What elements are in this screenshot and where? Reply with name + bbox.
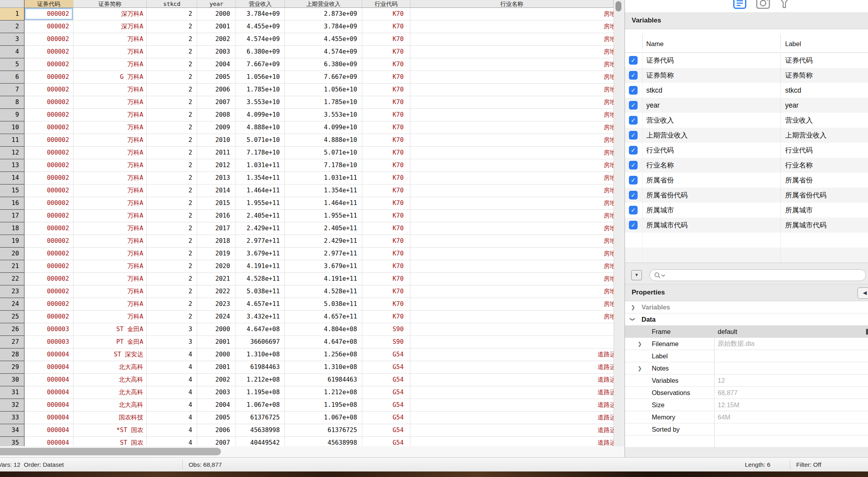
properties-section-variables[interactable]: ❯Variables	[625, 301, 868, 313]
data-cell[interactable]: 2009	[197, 121, 236, 134]
property-row[interactable]: Sorted by	[625, 423, 868, 436]
data-cell[interactable]: 2013	[197, 172, 236, 184]
row-number-cell[interactable]: 25	[0, 311, 24, 323]
data-cell[interactable]: 2	[147, 33, 197, 46]
data-cell[interactable]: K70	[362, 134, 410, 147]
data-cell[interactable]: 3.784e+09	[285, 20, 362, 33]
data-cell[interactable]: 万科A	[73, 311, 147, 323]
data-cell[interactable]: 道路运输业	[410, 348, 614, 361]
data-cell[interactable]: 2	[147, 8, 197, 20]
property-row[interactable]: Memory64M	[625, 411, 868, 423]
property-value[interactable]: 68,877	[718, 387, 737, 399]
data-cell[interactable]: 北大高科	[73, 399, 147, 412]
data-cell[interactable]: 000002	[24, 46, 73, 58]
data-cell[interactable]: G54	[362, 361, 410, 374]
collapse-panel-button[interactable]: ◀	[857, 287, 868, 299]
data-cell[interactable]: 2.405e+11	[236, 210, 285, 222]
data-cell[interactable]: 房地产业	[410, 84, 614, 96]
data-cell[interactable]: 万科A	[73, 109, 147, 121]
data-cell[interactable]: 2	[147, 147, 197, 159]
data-cell[interactable]: 2021	[197, 273, 236, 285]
data-cell[interactable]: 7.667e+09	[285, 71, 362, 84]
data-cell[interactable]: S90	[362, 323, 410, 336]
data-cell[interactable]: 4.099e+10	[285, 121, 362, 134]
data-cell[interactable]: 国农科技	[73, 412, 147, 424]
data-cell[interactable]: 2006	[197, 424, 236, 437]
row-number-cell[interactable]: 11	[0, 134, 24, 147]
data-cell[interactable]: 万科A	[73, 46, 147, 58]
property-row[interactable]: Observations68,877	[625, 387, 868, 399]
data-cell[interactable]: 万科A	[73, 210, 147, 222]
data-cell[interactable]: 000004	[24, 361, 73, 374]
data-cell[interactable]: G54	[362, 412, 410, 424]
data-cell[interactable]: 房地产业	[410, 298, 614, 311]
chevron-right-icon[interactable]: ❯	[638, 338, 642, 350]
data-cell[interactable]: 1.785e+10	[236, 84, 285, 96]
row-number-cell[interactable]: 30	[0, 374, 24, 386]
data-cell[interactable]: 000002	[24, 58, 73, 71]
data-cell[interactable]: 1.067e+08	[285, 412, 362, 424]
data-cell[interactable]	[410, 336, 614, 348]
row-number-cell[interactable]: 33	[0, 412, 24, 424]
data-cell[interactable]: 1.464e+11	[285, 197, 362, 210]
data-cell[interactable]: K70	[362, 273, 410, 285]
property-row[interactable]: Size12.15M	[625, 399, 868, 411]
data-cell[interactable]: 36606697	[236, 336, 285, 348]
data-cell[interactable]: K70	[362, 33, 410, 46]
data-cell[interactable]: K70	[362, 298, 410, 311]
data-cell[interactable]: 000004	[24, 437, 73, 446]
data-cell[interactable]: 3.679e+11	[285, 260, 362, 273]
data-cell[interactable]: 000002	[24, 172, 73, 184]
variable-checkbox[interactable]: ✓	[629, 146, 638, 155]
data-cell[interactable]: 1.195e+08	[236, 386, 285, 399]
data-cell[interactable]: 2	[147, 71, 197, 84]
data-cell[interactable]: 4.455e+09	[236, 20, 285, 33]
data-cell[interactable]: 000004	[24, 348, 73, 361]
vertical-scrollbar-thumb[interactable]	[615, 1, 621, 11]
chevron-right-icon[interactable]: ❯	[638, 362, 642, 374]
data-cell[interactable]: 1.031e+11	[285, 172, 362, 184]
data-cell[interactable]: 4	[147, 412, 197, 424]
data-cell[interactable]: 2.429e+11	[236, 222, 285, 235]
data-cell[interactable]: 3.553e+10	[236, 96, 285, 109]
row-number-cell[interactable]: 12	[0, 147, 24, 159]
data-cell[interactable]: PT 金田A	[73, 336, 147, 348]
data-cell[interactable]: 000002	[24, 210, 73, 222]
data-cell[interactable]: 万科A	[73, 248, 147, 260]
data-cell[interactable]: 2	[147, 285, 197, 298]
property-row[interactable]: Label	[625, 350, 868, 362]
variable-row[interactable]: ✓所属省份代码所属省份代码	[625, 188, 868, 203]
data-cell[interactable]: 000002	[24, 96, 73, 109]
data-cell[interactable]: 万科A	[73, 33, 147, 46]
row-number-cell[interactable]: 27	[0, 336, 24, 348]
data-cell[interactable]: 4	[147, 424, 197, 437]
data-cell[interactable]: 7.178e+10	[285, 159, 362, 172]
data-cell[interactable]: 万科A	[73, 235, 147, 248]
data-cell[interactable]: 2003	[197, 46, 236, 58]
data-cell[interactable]: 2	[147, 248, 197, 260]
data-cell[interactable]: K70	[362, 222, 410, 235]
data-cell[interactable]: 2	[147, 311, 197, 323]
data-cell[interactable]: 2005	[197, 412, 236, 424]
data-cell[interactable]: 房地产业	[410, 58, 614, 71]
data-cell[interactable]: 房地产业	[410, 235, 614, 248]
column-header[interactable]: 证券简称	[73, 0, 147, 8]
variable-row[interactable]: ✓所属城市所属城市	[625, 203, 868, 218]
variable-checkbox[interactable]: ✓	[629, 221, 638, 229]
variable-checkbox[interactable]: ✓	[629, 116, 638, 125]
property-value[interactable]: default	[718, 326, 737, 337]
data-cell[interactable]: 道路运输业	[410, 374, 614, 386]
data-cell[interactable]: K70	[362, 159, 410, 172]
data-cell[interactable]: 4.888e+10	[285, 134, 362, 147]
row-number-cell[interactable]: 5	[0, 58, 24, 71]
variable-row[interactable]: ✓stkcdstkcd	[625, 83, 868, 98]
data-cell[interactable]: 万科A	[73, 222, 147, 235]
label-column-header[interactable]: Label	[785, 40, 801, 48]
data-cell[interactable]: 2002	[197, 374, 236, 386]
data-cell[interactable]: 房地产业	[410, 46, 614, 58]
data-cell[interactable]: 4.647e+08	[285, 336, 362, 348]
camera-icon[interactable]	[756, 0, 770, 11]
data-cell[interactable]: 000004	[24, 386, 73, 399]
data-cell[interactable]: 1.195e+08	[285, 399, 362, 412]
data-cell[interactable]: K70	[362, 285, 410, 298]
